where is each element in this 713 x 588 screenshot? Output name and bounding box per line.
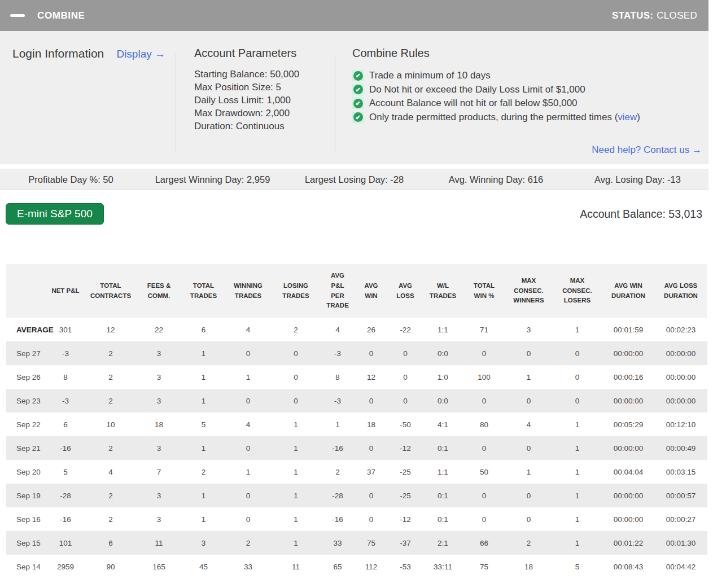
stat-item: Avg. Winning Day: 616 (425, 169, 567, 190)
table-cell: 1 (182, 389, 225, 413)
status-value: CLOSED (657, 10, 697, 21)
table-cell: 0 (271, 365, 321, 389)
table-cell: 6 (46, 413, 85, 436)
table-cell: 0 (388, 365, 423, 389)
table-cell: 26 (355, 318, 388, 341)
daily-performance-table: NET P&LTOTAL CONTRACTSFEES & COMM.TOTAL … (6, 264, 703, 578)
column-header: AVG WIN (355, 264, 388, 318)
table-cell: 0 (271, 389, 321, 413)
table-cell: 1 (271, 413, 321, 436)
table-cell: 2 (182, 460, 225, 484)
table-cell: 2 (85, 507, 136, 531)
column-header (6, 264, 46, 318)
table-cell: 00:00:00 (602, 507, 654, 531)
table-cell: 33 (321, 531, 355, 555)
row-label: AVERAGE (6, 318, 46, 341)
table-cell: 33:11 (423, 555, 463, 578)
check-icon: ✔ (352, 70, 364, 81)
table-row: Sep 16-1623101-160-120:100100:00:0000:00… (6, 507, 707, 531)
table-cell: 0 (463, 341, 505, 365)
table-cell: 00:01:22 (602, 531, 654, 555)
row-label: Sep 14 (6, 555, 46, 578)
table-cell: 1 (552, 318, 602, 341)
column-header: WINNING TRADES (225, 264, 271, 318)
spacer (0, 164, 708, 169)
table-cell: 22 (136, 318, 182, 341)
table-row: Sep 19-2823101-280-250:100100:00:0000:00… (6, 484, 707, 507)
table-cell: 0 (463, 484, 505, 507)
table-cell: 00:04:42 (654, 555, 707, 578)
contact-us-link[interactable]: Need help? Contact us → (592, 144, 702, 156)
table-cell: 165 (136, 555, 182, 578)
rule-item: ✔Do Not hit or exceed the Daily Loss Lim… (352, 83, 708, 97)
table-cell: -16 (46, 436, 85, 460)
table-cell: 0 (388, 341, 423, 365)
check-icon: ✔ (352, 98, 364, 109)
table-cell: 0 (505, 436, 552, 460)
check-icon-glyph: ✔ (353, 71, 363, 81)
table-cell: 65 (321, 555, 355, 578)
row-label: Sep 22 (6, 413, 46, 436)
table-cell: 2:1 (423, 531, 463, 555)
table-cell: -53 (388, 555, 423, 578)
table-cell: -3 (321, 341, 355, 365)
table-cell: 75 (463, 555, 505, 578)
table-row: Sep 2261018541118-504:1804100:05:2900:12… (6, 413, 707, 436)
table-cell: 00:02:23 (654, 318, 707, 341)
table-cell: 0 (463, 436, 505, 460)
table-cell: 11 (136, 531, 182, 555)
table-cell: 0 (225, 341, 271, 365)
account-balance: Account Balance: 53,013 (580, 208, 702, 221)
row-label: Sep 21 (6, 436, 46, 460)
table-cell: 1 (552, 436, 602, 460)
table-row: Sep 20547211237-251:1501100:04:0400:03:1… (6, 460, 707, 484)
account-balance-label: Account Balance: (580, 208, 666, 220)
table-cell: 1 (321, 413, 355, 436)
table-cell: 5 (182, 413, 225, 436)
table-cell: -22 (388, 318, 423, 341)
table-cell: 37 (355, 460, 388, 484)
table-cell: 0 (355, 341, 388, 365)
stat-item: Avg. Losing Day: -13 (567, 169, 708, 190)
table-cell: 6 (85, 531, 136, 555)
table-cell: 0 (505, 341, 552, 365)
table-cell: 3 (136, 341, 182, 365)
table-cell: -28 (321, 484, 355, 507)
table-cell: 66 (463, 531, 505, 555)
display-link[interactable]: Display → (116, 48, 165, 60)
column-header: TOTAL TRADES (182, 264, 225, 318)
table-cell: 00:00:00 (602, 341, 654, 365)
table-cell: 2 (85, 436, 136, 460)
table-cell: 7 (136, 460, 182, 484)
table-cell: 75 (355, 531, 388, 555)
table-cell: 4 (225, 413, 271, 436)
table-cell: 5 (552, 555, 602, 578)
collapse-icon[interactable] (10, 14, 25, 17)
table-cell: 3 (136, 484, 182, 507)
table-row: Sep 27-323100-3000:000000:00:0000:00:00 (6, 341, 707, 365)
table-cell: 1 (182, 341, 225, 365)
check-icon-glyph: ✔ (353, 99, 363, 108)
table-row: Sep 21-1623101-160-120:100100:00:0000:00… (6, 436, 707, 460)
check-icon: ✔ (352, 84, 364, 95)
rule-text: Do Not hit or exceed the Daily Loss Limi… (369, 83, 585, 97)
table-cell: -3 (46, 341, 85, 365)
table-cell: 1 (182, 365, 225, 389)
table-cell: 4:1 (423, 413, 463, 436)
table-cell: 0 (225, 436, 271, 460)
table-cell: 0 (355, 507, 388, 531)
table-cell: 1:1 (423, 460, 463, 484)
view-link[interactable]: view (618, 111, 637, 125)
table-cell: 90 (85, 555, 136, 578)
table-cell: 2 (225, 531, 271, 555)
product-button[interactable]: E-mini S&P 500 (6, 203, 104, 225)
combine-rules-panel: Combine Rules ✔Trade a minimum of 10 day… (335, 31, 708, 164)
column-header: TOTAL WIN % (463, 264, 505, 318)
table-cell: 0:0 (423, 341, 463, 365)
column-header: TOTAL CONTRACTS (85, 264, 136, 318)
table-cell: -12 (388, 436, 423, 460)
table-cell: -25 (388, 484, 423, 507)
table-cell: 1 (225, 460, 271, 484)
combine-rules-title: Combine Rules (352, 47, 708, 60)
table-cell: 0 (505, 484, 552, 507)
